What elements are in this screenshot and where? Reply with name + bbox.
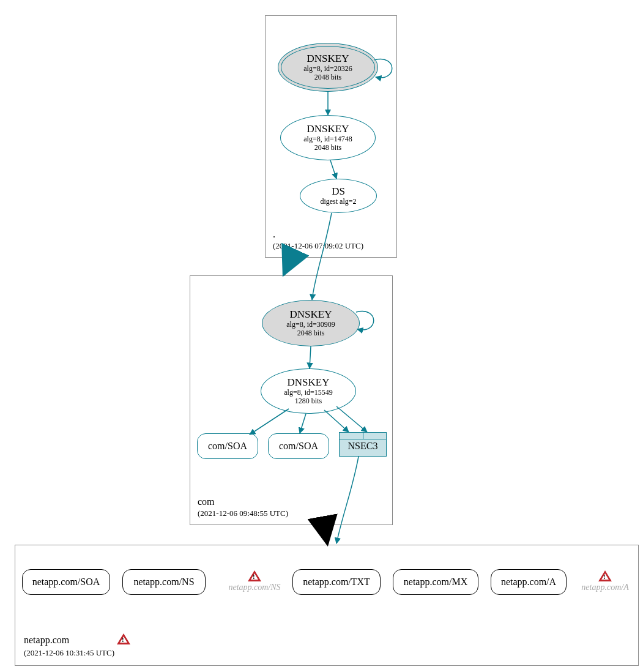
- netapp-a-text: netapp.com/A: [501, 577, 556, 588]
- zone-netapp-name: netapp.com: [24, 635, 69, 645]
- root-ksk-alg: alg=8, id=20326: [303, 65, 352, 73]
- com-zsk-bits: 1280 bits: [295, 397, 322, 406]
- netapp-soa-text: netapp.com/SOA: [32, 577, 100, 588]
- com-zsk-node: DNSKEY alg=8, id=15549 1280 bits: [261, 368, 356, 414]
- netapp-ns-node: netapp.com/NS: [122, 569, 206, 595]
- com-zsk-title: DNSKEY: [288, 376, 330, 389]
- com-ksk-alg: alg=8, id=30909: [286, 321, 335, 329]
- root-ds-node: DS digest alg=2: [300, 179, 377, 213]
- com-ksk-title: DNSKEY: [290, 308, 332, 321]
- netapp-txt-text: netapp.com/TXT: [303, 577, 370, 588]
- root-ksk-title: DNSKEY: [307, 53, 349, 65]
- netapp-mx-text: netapp.com/MX: [404, 577, 467, 588]
- root-zsk-bits: 2048 bits: [314, 144, 341, 152]
- zone-com-ts: (2021-12-06 09:48:55 UTC): [198, 509, 288, 518]
- warning-icon: !: [598, 570, 612, 581]
- netapp-ns-warning: ! netapp.com/NS: [224, 570, 285, 592]
- root-zsk-node: DNSKEY alg=8, id=14748 2048 bits: [280, 115, 376, 160]
- root-ds-title: DS: [332, 185, 345, 198]
- com-soa-2-text: com/SOA: [279, 441, 318, 452]
- netapp-ns-warn-text: netapp.com/NS: [228, 583, 280, 592]
- root-ds-alg: digest alg=2: [320, 198, 356, 206]
- netapp-a-node: netapp.com/A: [491, 569, 567, 595]
- zone-netapp-ts: (2021-12-06 10:31:45 UTC): [24, 648, 114, 658]
- root-zsk-alg: alg=8, id=14748: [303, 135, 352, 144]
- warning-icon: !: [248, 570, 261, 581]
- zone-com-label: com (2021-12-06 09:48:55 UTC): [198, 496, 288, 518]
- com-ksk-bits: 2048 bits: [297, 329, 324, 338]
- netapp-soa-node: netapp.com/SOA: [22, 569, 110, 595]
- netapp-ns-text: netapp.com/NS: [133, 577, 194, 588]
- com-soa-node-1: com/SOA: [197, 433, 258, 459]
- com-nsec3-text: NSEC3: [340, 439, 386, 454]
- com-soa-1-text: com/SOA: [208, 441, 247, 452]
- netapp-a-warning: ! netapp.com/A: [578, 570, 633, 592]
- netapp-txt-node: netapp.com/TXT: [292, 569, 381, 595]
- netapp-mx-node: netapp.com/MX: [393, 569, 478, 595]
- zone-root-label: . (2021-12-06 07:09:02 UTC): [273, 229, 363, 251]
- zone-root-ts: (2021-12-06 07:09:02 UTC): [273, 241, 363, 251]
- com-ksk-node: DNSKEY alg=8, id=30909 2048 bits: [262, 300, 360, 346]
- diagram-viewport: . (2021-12-06 07:09:02 UTC) DNSKEY alg=8…: [6, 6, 643, 672]
- root-zsk-title: DNSKEY: [307, 123, 349, 135]
- root-ksk-bits: 2048 bits: [314, 73, 341, 82]
- zone-netapp: netapp.com (2021-12-06 10:31:45 UTC) !: [15, 545, 639, 666]
- com-zsk-alg: alg=8, id=15549: [284, 389, 333, 397]
- com-soa-node-2: com/SOA: [268, 433, 329, 459]
- zone-com-name: com: [198, 496, 215, 507]
- netapp-a-warn-text: netapp.com/A: [581, 583, 628, 592]
- root-ksk-node: DNSKEY alg=8, id=20326 2048 bits: [278, 43, 378, 92]
- warning-icon: !: [117, 633, 130, 644]
- zone-root-name: .: [273, 229, 275, 239]
- com-nsec3-node: NSEC3: [339, 432, 387, 457]
- zone-netapp-label: netapp.com (2021-12-06 10:31:45 UTC): [24, 635, 114, 658]
